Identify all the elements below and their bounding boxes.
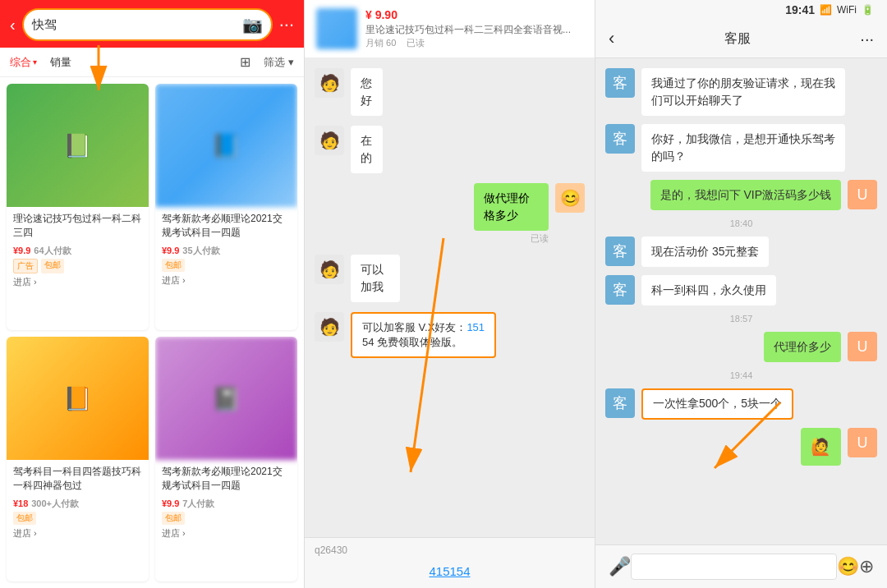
chat-user-id: q26430 bbox=[315, 544, 585, 556]
enter-shop-4[interactable]: 进店 › bbox=[162, 527, 291, 540]
product-title-4: 驾考新款考必顺理论2021交规考试科目一四题 bbox=[162, 465, 291, 493]
search-box[interactable]: 快驾 📷 bbox=[22, 8, 273, 41]
preview-title: 里论速记技巧包过科一科二三科四全套语音视... bbox=[365, 23, 583, 37]
cs-bubble-emoji: 🙋 bbox=[801, 428, 841, 466]
highlighted-message: 可以加客服 V.X好友：151 54 免费领取体验版。 bbox=[351, 312, 496, 358]
product-image-3: 📙 bbox=[7, 337, 149, 460]
preview-sold-count: 月销 60 已读 bbox=[365, 37, 583, 49]
sender-avatar-4: 🧑 bbox=[315, 312, 344, 342]
product-price-2: ¥9.9 35人付款 bbox=[162, 243, 291, 257]
filter-comprehensive[interactable]: 综合 ▾ bbox=[10, 55, 37, 70]
filter-bar: 综合 ▾ 销量 ⊞ 筛选 ▾ bbox=[0, 48, 304, 77]
enter-shop-1[interactable]: 进店 › bbox=[13, 276, 142, 288]
right-cs-panel: 19:41 📶 WiFi 🔋 ‹ 客服 ··· 客 我通过了你的朋友验证请求，现… bbox=[595, 0, 887, 588]
cs-more-icon[interactable]: ··· bbox=[860, 30, 874, 48]
cs-agent-avatar-2: 客 bbox=[605, 124, 635, 154]
msg-text-nihao: 您好 bbox=[351, 68, 383, 116]
cs-input-area: 🎤 😊 ⊕ bbox=[595, 544, 887, 588]
tag-free-shipping-3: 包邮 bbox=[13, 512, 36, 525]
product-tags-3: 包邮 bbox=[13, 512, 142, 525]
chat-messages: 🧑 您好 🧑 在的 😊 做代理价格多少 已读 🧑 可以加我 bbox=[305, 58, 595, 537]
sender-avatar: 🧑 bbox=[315, 68, 344, 98]
message-nihao: 🧑 您好 bbox=[315, 68, 585, 116]
product-grid: 📗 理论速记技巧包过科一科二科三四 ¥9.9 64人付款 广告 包邮 进店 › … bbox=[0, 77, 304, 588]
product-card-2[interactable]: 📘 驾考新款考必顺理论2021交规考试科目一四题 ¥9.9 35人付款 包邮 进… bbox=[155, 84, 297, 330]
msg-bubble-zaide: 在的 bbox=[351, 126, 393, 173]
product-image-1: 📗 bbox=[7, 84, 149, 207]
user-avatar-right-3: U bbox=[848, 428, 877, 457]
add-icon[interactable]: ⊕ bbox=[859, 556, 874, 577]
cs-message-price: 客 现在活动价 35元整套 bbox=[605, 237, 877, 267]
enter-shop-3[interactable]: 进店 › bbox=[13, 527, 142, 540]
msg-bubble-nihao: 您好 bbox=[351, 68, 393, 116]
cs-bubble-subjects: 科一到科四，永久使用 bbox=[641, 275, 776, 305]
wifi-icon: WiFi bbox=[837, 4, 857, 16]
sold-count-3: 300+人付款 bbox=[31, 498, 79, 508]
cs-message-bulk-price: 客 一次性拿500个，5块一个 bbox=[605, 388, 877, 420]
msg-right-group: 做代理价格多少 已读 bbox=[448, 183, 549, 245]
product-title-2: 驾考新款考必顺理论2021交规考试科目一四题 bbox=[162, 212, 291, 240]
msg-text-zaide: 在的 bbox=[351, 126, 383, 173]
sold-count-2: 35人付款 bbox=[182, 246, 219, 255]
msg-text-agent: 做代理价格多少 bbox=[474, 183, 549, 231]
battery-icon: 🔋 bbox=[862, 4, 874, 16]
tag-free-shipping-4: 包邮 bbox=[162, 512, 185, 525]
cs-agent-avatar: 客 bbox=[605, 68, 635, 98]
product-card-4[interactable]: 📓 驾考新款考必顺理论2021交规考试科目一四题 ¥9.9 7人付款 包邮 进店… bbox=[155, 337, 297, 581]
more-options-icon[interactable]: ··· bbox=[279, 14, 294, 35]
blue-number: 151 bbox=[466, 321, 485, 333]
ios-status-bar: 19:41 📶 WiFi 🔋 bbox=[595, 0, 887, 20]
preview-product-info: ¥ 9.90 里论速记技巧包过科一科二三科四全套语音视... 月销 60 已读 bbox=[365, 8, 583, 49]
user-avatar-right-2: U bbox=[848, 332, 877, 361]
product-preview: ¥ 9.90 里论速记技巧包过科一科二三科四全套语音视... 月销 60 已读 bbox=[305, 0, 595, 58]
cs-message-subjects: 客 科一到科四，永久使用 bbox=[605, 275, 877, 305]
preview-price: ¥ 9.90 bbox=[365, 8, 583, 21]
left-panel: ‹ 快驾 📷 ··· 综合 ▾ 销量 ⊞ 筛选 ▾ 📗 理论速记技巧包过科一科二… bbox=[0, 0, 304, 588]
cs-time-1944: 19:44 bbox=[605, 370, 877, 380]
product-tags-1: 广告 包邮 bbox=[13, 259, 142, 273]
chat-input-area: q26430 415154 bbox=[305, 537, 595, 588]
product-price-1: ¥9.9 64人付款 bbox=[13, 243, 142, 257]
cs-message-agent-price-q: U 代理价多少 bbox=[605, 332, 877, 362]
cs-bubble-vip: 是的，我想问下 VIP激活码多少钱 bbox=[650, 180, 841, 210]
filter-funnel-icon[interactable]: 筛选 ▾ bbox=[264, 55, 294, 70]
sender-avatar-2: 🧑 bbox=[315, 126, 344, 155]
cs-text-input[interactable] bbox=[631, 554, 837, 580]
cs-time-1857: 18:57 bbox=[605, 314, 877, 324]
product-info-3: 驾考科目一科目四答题技巧科一科四神器包过 ¥18 300+人付款 包邮 进店 › bbox=[7, 460, 149, 544]
cs-bubble-greeting: 你好，加我微信，是想开通快乐驾考的吗？ bbox=[641, 124, 845, 172]
grid-view-icon[interactable]: ⊞ bbox=[240, 54, 250, 70]
left-header: ‹ 快驾 📷 ··· bbox=[0, 0, 304, 48]
cs-header: ‹ 客服 ··· bbox=[595, 20, 887, 58]
cs-title: 客服 bbox=[724, 30, 751, 48]
signal-icon: 📶 bbox=[820, 4, 832, 16]
filter-sales[interactable]: 销量 bbox=[50, 55, 71, 70]
tag-free-shipping: 包邮 bbox=[41, 259, 64, 273]
cs-highlighted-bulk-price: 一次性拿500个，5块一个 bbox=[641, 388, 793, 420]
message-add-me: 🧑 可以加我 bbox=[315, 255, 585, 302]
cs-bubble-verified: 我通过了你的朋友验证请求，现在我们可以开始聊天了 bbox=[641, 68, 845, 116]
preview-product-image bbox=[316, 8, 357, 49]
enter-shop-2[interactable]: 进店 › bbox=[162, 274, 291, 287]
input-number[interactable]: 415154 bbox=[429, 564, 470, 578]
cs-message-greeting: 客 你好，加我微信，是想开通快乐驾考的吗？ bbox=[605, 124, 877, 172]
msg-text-addme: 可以加我 bbox=[351, 255, 400, 302]
cs-agent-avatar-4: 客 bbox=[605, 275, 635, 305]
product-price-3: ¥18 300+人付款 bbox=[13, 496, 142, 510]
product-card-3[interactable]: 📙 驾考科目一科目四答题技巧科一科四神器包过 ¥18 300+人付款 包邮 进店… bbox=[7, 337, 149, 581]
user-avatar: 😊 bbox=[555, 183, 585, 213]
product-image-2: 📘 bbox=[155, 84, 297, 207]
sender-avatar-3: 🧑 bbox=[315, 255, 344, 284]
product-title-3: 驾考科目一科目四答题技巧科一科四神器包过 bbox=[13, 465, 142, 493]
product-title-1: 理论速记技巧包过科一科二科三四 bbox=[13, 212, 142, 240]
product-image-4: 📓 bbox=[155, 337, 297, 460]
microphone-icon[interactable]: 🎤 bbox=[609, 556, 631, 577]
emoji-icon[interactable]: 😊 bbox=[837, 556, 859, 577]
cs-bubble-agent-price-q: 代理价多少 bbox=[764, 332, 841, 362]
back-button[interactable]: ‹ bbox=[10, 16, 16, 34]
cs-back-button[interactable]: ‹ bbox=[609, 28, 614, 49]
chat-bottom-input[interactable]: 415154 bbox=[315, 561, 585, 581]
camera-icon[interactable]: 📷 bbox=[242, 15, 263, 34]
product-card-1[interactable]: 📗 理论速记技巧包过科一科二科三四 ¥9.9 64人付款 广告 包邮 进店 › bbox=[7, 84, 149, 330]
product-info-2: 驾考新款考必顺理论2021交规考试科目一四题 ¥9.9 35人付款 包邮 进店 … bbox=[155, 207, 297, 292]
